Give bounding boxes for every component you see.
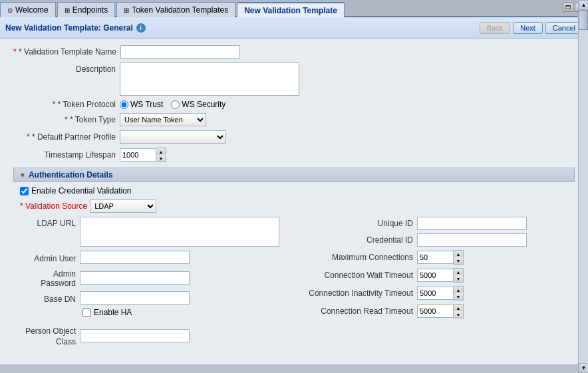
auth-section-header[interactable]: ▼ Authentication Details xyxy=(13,168,575,182)
validation-source-label: * Validation Source xyxy=(20,201,90,211)
conn-read-increment[interactable]: ▲ xyxy=(454,305,463,311)
partner-profile-label: * * Default Partner Profile xyxy=(13,132,120,142)
description-row: Description xyxy=(13,62,575,96)
tab-bar: ⊙ Welcome ⊞ Endpoints ⊞ Token Validation… xyxy=(0,0,588,17)
conn-wait-increment[interactable]: ▲ xyxy=(454,269,463,275)
base-dn-input[interactable] xyxy=(80,291,190,305)
conn-wait-label: Connection Wait Timeout xyxy=(301,271,417,280)
scroll-up-arrow[interactable]: ▲ xyxy=(579,0,588,10)
max-connections-decrement[interactable]: ▼ xyxy=(454,257,463,264)
token-protocol-label: * * Token Protocol xyxy=(13,100,120,109)
enable-credential-wrap: Enable Credential Validation xyxy=(13,186,575,195)
ldap-right-col: Unique ID Credential ID Maximum Connecti… xyxy=(301,217,568,350)
unique-id-row: Unique ID xyxy=(301,217,568,230)
credential-id-label: Credential ID xyxy=(301,235,417,245)
tab-new-validation[interactable]: New Validation Template xyxy=(237,2,345,17)
conn-inactivity-btns: ▲ ▼ xyxy=(454,286,464,301)
scroll-down-arrow[interactable]: ▼ xyxy=(579,363,588,373)
token-type-row: * * Token Type User Name Token X.509 Tok… xyxy=(13,113,575,126)
timestamp-lifespan-label: Timestamp Lifespan xyxy=(13,150,120,160)
scroll-track[interactable] xyxy=(579,10,588,363)
cancel-button[interactable]: Cancel xyxy=(545,22,583,34)
max-connections-spinner: 50 ▲ ▼ xyxy=(417,250,464,265)
main-content: * * Validation Template Name Description… xyxy=(0,39,588,364)
conn-wait-input[interactable]: 5000 xyxy=(417,269,454,282)
max-connections-increment[interactable]: ▲ xyxy=(454,251,463,257)
ldap-left-col: LDAP URL Admin User AdminPassword xyxy=(20,217,287,350)
description-label: Description xyxy=(13,62,120,74)
description-textarea[interactable] xyxy=(120,62,299,96)
tab-token-validation[interactable]: ⊞ Token Validation Templates xyxy=(116,2,235,17)
credential-id-row: Credential ID xyxy=(301,233,568,247)
ldap-layout: LDAP URL Admin User AdminPassword xyxy=(13,217,575,350)
max-connections-row: Maximum Connections 50 ▲ ▼ xyxy=(301,250,568,265)
ws-security-label: WS Security xyxy=(182,100,225,109)
enable-credential-text: Enable Credential Validation xyxy=(31,186,132,195)
enable-ha-row: Enable HA xyxy=(82,308,287,321)
conn-inactivity-input[interactable]: 5000 xyxy=(417,287,454,300)
conn-read-btns: ▲ ▼ xyxy=(454,304,464,318)
tab-token-validation-label: Token Validation Templates xyxy=(132,5,228,15)
conn-read-input[interactable]: 5000 xyxy=(417,305,454,318)
credential-id-input[interactable] xyxy=(417,233,527,247)
admin-password-input[interactable] xyxy=(80,271,190,285)
ws-security-radio[interactable] xyxy=(171,100,180,109)
base-dn-label: Base DN xyxy=(20,293,80,304)
endpoints-icon: ⊞ xyxy=(65,7,70,14)
page-title: New Validation Template: General xyxy=(5,23,133,33)
timestamp-input[interactable]: 1000 xyxy=(120,148,156,162)
token-protocol-row: * * Token Protocol WS Trust WS Security xyxy=(13,100,575,109)
back-button[interactable]: Back xyxy=(480,22,510,34)
person-object-row: Person ObjectClass xyxy=(20,324,287,347)
max-connections-input[interactable]: 50 xyxy=(417,251,454,264)
conn-inactivity-row: Connection Inactivity Timeout 5000 ▲ ▼ xyxy=(301,286,568,301)
timestamp-lifespan-row: Timestamp Lifespan 1000 ▲ ▼ xyxy=(13,148,575,162)
validation-name-input[interactable] xyxy=(120,45,240,59)
person-object-input[interactable] xyxy=(80,329,190,342)
conn-inactivity-decrement[interactable]: ▼ xyxy=(454,293,463,300)
token-type-select[interactable]: User Name Token X.509 Token SAML Token xyxy=(120,113,206,126)
admin-password-row: AdminPassword xyxy=(20,267,287,288)
admin-user-input[interactable] xyxy=(80,251,190,264)
info-icon[interactable]: i xyxy=(136,23,146,33)
timestamp-increment[interactable]: ▲ xyxy=(156,148,166,155)
tab-new-validation-label: New Validation Template xyxy=(244,6,337,15)
ws-trust-radio[interactable] xyxy=(120,100,128,109)
enable-credential-checkbox[interactable] xyxy=(20,187,29,195)
enable-ha-label[interactable]: Enable HA xyxy=(82,308,132,317)
partner-profile-row: * * Default Partner Profile xyxy=(13,130,575,144)
token-type-label: * * Token Type xyxy=(13,115,120,124)
conn-read-label: Connection Read Timeout xyxy=(301,307,417,316)
conn-wait-btns: ▲ ▼ xyxy=(454,268,464,283)
admin-user-label: Admin User xyxy=(20,252,80,263)
scroll-thumb[interactable] xyxy=(579,10,588,30)
ws-trust-label: WS Trust xyxy=(130,100,163,109)
ws-security-radio-label[interactable]: WS Security xyxy=(171,100,225,109)
partner-profile-select[interactable] xyxy=(120,130,226,144)
ldap-url-textarea[interactable] xyxy=(80,217,279,247)
timestamp-decrement[interactable]: ▼ xyxy=(156,155,166,162)
tab-welcome[interactable]: ⊙ Welcome xyxy=(0,2,56,17)
tab-endpoints[interactable]: ⊞ Endpoints xyxy=(57,2,115,17)
restore-button[interactable]: 🗖 xyxy=(563,3,573,12)
validation-name-label: * * Validation Template Name xyxy=(13,47,120,57)
ws-trust-radio-label[interactable]: WS Trust xyxy=(120,100,163,109)
token-protocol-group: WS Trust WS Security xyxy=(120,100,225,109)
nav-buttons: Back Next Cancel xyxy=(480,22,583,34)
conn-wait-spinner: 5000 ▲ ▼ xyxy=(417,268,464,283)
conn-inactivity-increment[interactable]: ▲ xyxy=(454,287,463,293)
auth-section-title: Authentication Details xyxy=(29,170,113,180)
validation-source-select[interactable]: LDAP Database SAML xyxy=(90,199,156,213)
max-connections-label: Maximum Connections xyxy=(301,253,417,262)
enable-ha-checkbox[interactable] xyxy=(82,309,91,317)
conn-read-spinner: 5000 ▲ ▼ xyxy=(417,304,464,318)
base-dn-row: Base DN xyxy=(20,291,287,305)
conn-read-decrement[interactable]: ▼ xyxy=(454,311,463,318)
enable-credential-label[interactable]: Enable Credential Validation xyxy=(20,186,575,195)
max-connections-btns: ▲ ▼ xyxy=(454,250,464,265)
conn-inactivity-spinner: 5000 ▲ ▼ xyxy=(417,286,464,301)
next-button[interactable]: Next xyxy=(513,22,543,34)
conn-wait-decrement[interactable]: ▼ xyxy=(454,275,463,282)
vertical-scrollbar[interactable]: ▲ ▼ xyxy=(578,0,588,373)
unique-id-input[interactable] xyxy=(417,217,527,230)
